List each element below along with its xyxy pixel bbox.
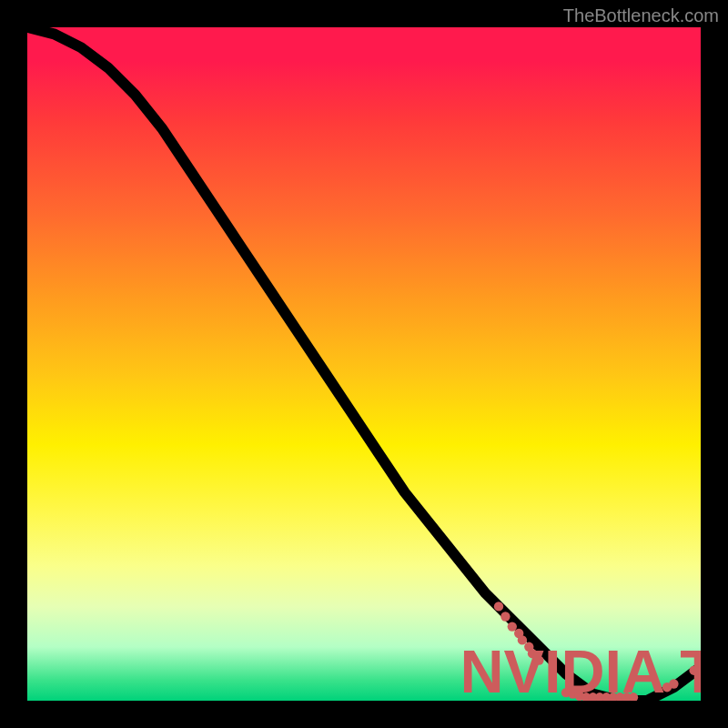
bottleneck-curve <box>27 27 701 701</box>
data-point <box>508 622 517 631</box>
point-label: NVIDIA Ti <box>460 638 701 701</box>
chart-area: NVIDIA Ti <box>27 27 701 701</box>
data-point <box>494 602 503 611</box>
chart-svg: NVIDIA Ti <box>27 27 701 701</box>
data-point <box>500 612 510 621</box>
watermark-text: TheBottleneck.com <box>563 5 719 26</box>
